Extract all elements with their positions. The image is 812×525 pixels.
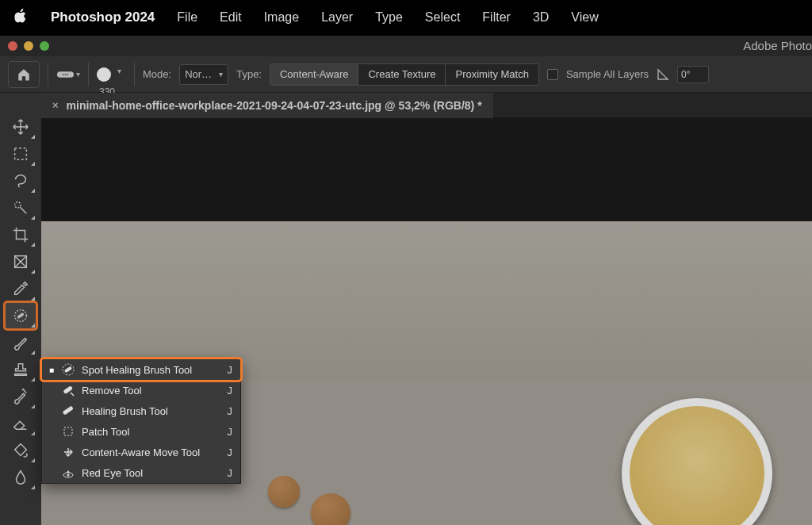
type-create-texture[interactable]: Create Texture [358, 64, 446, 85]
stamp-icon [12, 361, 29, 378]
flyout-item-label: Patch Tool [82, 426, 216, 438]
blur-tool[interactable] [5, 464, 36, 491]
angle-input[interactable]: 0° [677, 66, 709, 83]
menu-layer[interactable]: Layer [321, 10, 353, 25]
spot-healing-tool[interactable] [5, 302, 36, 329]
flyout-item-shortcut: J [223, 405, 232, 417]
window-minimize-button[interactable] [24, 41, 33, 51]
healing-tool-flyout: ■ Spot Healing Brush Tool J Remove Tool … [41, 358, 241, 484]
marquee-icon [12, 145, 29, 163]
spot-healing-icon [61, 362, 75, 377]
svg-point-2 [65, 74, 67, 75]
eyedropper-tool[interactable] [5, 275, 36, 302]
home-button[interactable] [8, 61, 40, 88]
menu-file[interactable]: File [177, 10, 197, 25]
spot-healing-icon [12, 307, 29, 324]
type-segment-group: Content-Aware Create Texture Proximity M… [270, 63, 539, 86]
chevron-down-icon: ▾ [117, 67, 121, 75]
type-proximity-match[interactable]: Proximity Match [446, 64, 538, 85]
menu-view[interactable]: View [571, 10, 598, 25]
window-traffic-lights [8, 41, 49, 51]
flyout-item-label: Remove Tool [82, 385, 216, 397]
type-content-aware[interactable]: Content-Aware [270, 64, 358, 85]
paint-bucket-icon [12, 442, 29, 459]
flyout-patch-tool[interactable]: Patch Tool J [42, 421, 240, 442]
sample-all-layers-label: Sample All Layers [566, 68, 649, 80]
tool-panel [0, 93, 41, 525]
brush-preview-icon [97, 67, 111, 82]
eraser-icon [12, 415, 29, 432]
menu-type[interactable]: Type [375, 10, 403, 25]
brush-preset-picker[interactable]: ▾ 330 [97, 61, 115, 88]
flyout-item-label: Content-Aware Move Tool [82, 446, 216, 458]
divider [48, 63, 48, 86]
flyout-spot-healing-brush[interactable]: ■ Spot Healing Brush Tool J [42, 359, 240, 380]
move-tool[interactable] [5, 113, 36, 140]
drop-icon [12, 469, 29, 486]
move-icon [12, 118, 29, 136]
gradient-tool[interactable] [5, 437, 36, 464]
lasso-icon [12, 172, 29, 190]
menu-select[interactable]: Select [425, 10, 460, 25]
svg-rect-4 [15, 148, 27, 160]
menu-image[interactable]: Image [264, 10, 299, 25]
brush-icon [12, 334, 29, 351]
lasso-tool[interactable] [5, 167, 36, 194]
options-bar: ▾ ▾ 330 Mode: Nor… ▾ Type: Content-Aware… [0, 56, 812, 93]
menu-edit[interactable]: Edit [220, 10, 242, 25]
svg-rect-13 [64, 427, 72, 435]
window-titlebar: Adobe Photo [0, 36, 812, 56]
svg-point-15 [67, 474, 70, 477]
flyout-item-shortcut: J [223, 385, 232, 397]
flyout-red-eye-tool[interactable]: Red Eye Tool J [42, 462, 240, 483]
eraser-tool[interactable] [5, 410, 36, 437]
window-zoom-button[interactable] [40, 41, 49, 51]
flyout-remove-tool[interactable]: Remove Tool J [42, 380, 240, 400]
flyout-item-shortcut: J [223, 364, 232, 376]
flyout-content-aware-move[interactable]: Content-Aware Move Tool J [42, 442, 240, 462]
menu-filter[interactable]: Filter [482, 10, 511, 25]
document-tab-strip: × minimal-home-office-workplace-2021-09-… [41, 93, 812, 118]
svg-point-5 [15, 202, 21, 208]
red-eye-icon [61, 466, 75, 480]
svg-point-1 [63, 74, 64, 75]
type-label: Type: [236, 68, 262, 80]
marquee-tool[interactable] [5, 140, 36, 167]
document-tab-title: minimal-home-office-workplace-2021-09-24… [67, 99, 482, 112]
quick-select-tool[interactable] [5, 194, 36, 221]
bandage-icon [56, 69, 75, 80]
divider [134, 63, 135, 86]
history-brush-tool[interactable] [5, 383, 36, 410]
crop-tool[interactable] [5, 221, 36, 248]
brush-tool[interactable] [5, 329, 36, 356]
apple-logo-icon[interactable] [14, 8, 29, 27]
close-tab-icon[interactable]: × [52, 99, 59, 111]
photoshop-window: Adobe Photo ▾ ▾ 330 Mode: Nor… ▾ Type: C… [0, 35, 812, 525]
document-tab[interactable]: × minimal-home-office-workplace-2021-09-… [41, 93, 493, 118]
flyout-item-shortcut: J [223, 446, 232, 458]
flyout-item-shortcut: J [223, 467, 232, 479]
window-title: Adobe Photo [743, 36, 812, 56]
macos-menu-bar: Photoshop 2024 File Edit Image Layer Typ… [0, 0, 812, 35]
window-close-button[interactable] [8, 41, 17, 51]
menu-app-name[interactable]: Photoshop 2024 [51, 10, 155, 25]
eyedropper-icon [12, 280, 29, 297]
mode-label: Mode: [143, 68, 171, 80]
chevron-down-icon: ▾ [219, 70, 223, 79]
menu-3d[interactable]: 3D [533, 10, 549, 25]
svg-rect-8 [17, 312, 25, 319]
flyout-item-shortcut: J [223, 426, 232, 438]
flyout-item-label: Spot Healing Brush Tool [82, 364, 216, 376]
clone-stamp-tool[interactable] [5, 356, 36, 383]
frame-tool[interactable] [5, 248, 36, 275]
divider [88, 63, 89, 86]
selected-mark-icon: ■ [48, 366, 55, 374]
healing-brush-icon [61, 404, 75, 418]
remove-icon [61, 383, 75, 397]
tool-preset-picker[interactable]: ▾ [56, 65, 80, 84]
mode-dropdown[interactable]: Nor… ▾ [179, 64, 228, 85]
flyout-healing-brush[interactable]: Healing Brush Tool J [42, 400, 240, 421]
svg-rect-12 [63, 406, 74, 416]
sample-all-layers-checkbox[interactable] [547, 69, 558, 80]
image-detail [268, 476, 300, 508]
